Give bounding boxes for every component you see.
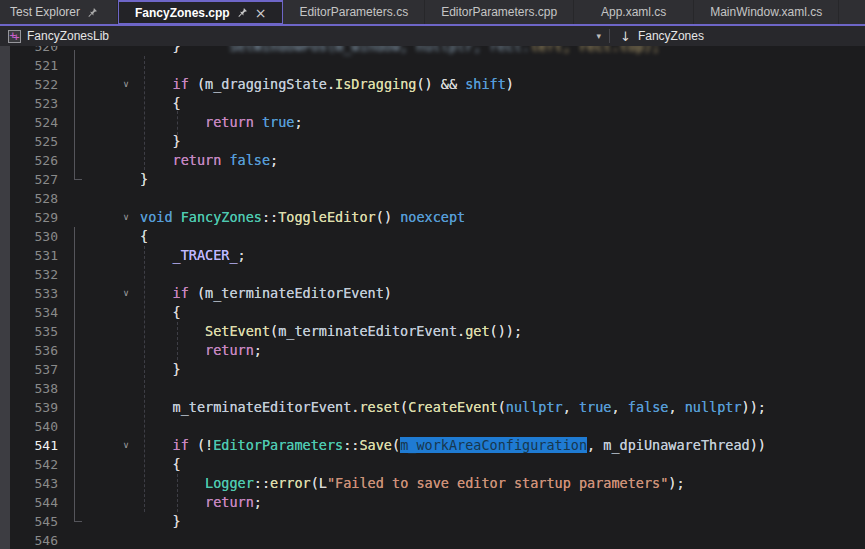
fold-chevron-icon[interactable]: ∨ [112,208,140,227]
code-line[interactable]: 546 [0,531,865,549]
code-line[interactable]: 524 return true; [0,113,865,132]
line-number[interactable]: 521 [0,56,62,75]
line-number[interactable]: 543 [0,474,62,493]
code-line[interactable]: 545 } [0,512,865,531]
glyph-margin[interactable] [62,436,112,455]
tab-editorparameters-cpp[interactable]: EditorParameters.cpp [425,0,574,24]
glyph-margin[interactable] [62,46,112,56]
glyph-margin[interactable] [62,132,112,151]
glyph-margin[interactable] [62,284,112,303]
fold-margin [112,417,140,436]
glyph-margin[interactable] [62,170,112,189]
glyph-margin[interactable] [62,512,112,531]
glyph-margin[interactable] [62,379,112,398]
glyph-margin[interactable] [62,417,112,436]
pin-icon[interactable] [87,7,98,18]
code-editor[interactable]: 520 } SetWindowPos(m_window, nullptr, re… [0,46,865,549]
tab-fancyzones-cpp[interactable]: FancyZones.cpp× [118,0,283,24]
glyph-margin[interactable] [62,322,112,341]
line-number[interactable]: 542 [0,455,62,474]
code-line[interactable]: 535 SetEvent(m_terminateEditorEvent.get(… [0,322,865,341]
line-number[interactable]: 538 [0,379,62,398]
line-number[interactable]: 534 [0,303,62,322]
glyph-margin[interactable] [62,189,112,208]
line-number[interactable]: 533 [0,284,62,303]
glyph-margin[interactable] [62,303,112,322]
glyph-margin[interactable] [62,75,112,94]
line-number[interactable]: 532 [0,265,62,284]
line-number[interactable]: 540 [0,417,62,436]
line-number[interactable]: 539 [0,398,62,417]
code-line[interactable]: 534 { [0,303,865,322]
code-line[interactable]: 525 } [0,132,865,151]
code-line[interactable]: 539 m_terminateEditorEvent.reset(CreateE… [0,398,865,417]
line-number[interactable]: 524 [0,113,62,132]
glyph-margin[interactable] [62,94,112,113]
line-number[interactable]: 520 [0,46,62,56]
close-icon[interactable]: × [255,6,267,20]
glyph-margin[interactable] [62,493,112,512]
code-line[interactable]: 537 } [0,360,865,379]
chevron-down-icon[interactable]: ▾ [596,32,601,41]
code-line[interactable]: 542 { [0,455,865,474]
line-number[interactable]: 528 [0,189,62,208]
line-number[interactable]: 522 [0,75,62,94]
line-number[interactable]: 531 [0,246,62,265]
code-line[interactable]: 531 _TRACER_; [0,246,865,265]
code-line[interactable]: 540 [0,417,865,436]
fold-chevron-icon[interactable]: ∨ [112,436,140,455]
code-line[interactable]: 530{ [0,227,865,246]
glyph-margin[interactable] [62,341,112,360]
line-number[interactable]: 535 [0,322,62,341]
code-line[interactable]: 529∨void FancyZones::ToggleEditor() noex… [0,208,865,227]
glyph-margin[interactable] [62,360,112,379]
glyph-margin[interactable] [62,398,112,417]
glyph-margin[interactable] [62,227,112,246]
code-line[interactable]: 520 } SetWindowPos(m_window, nullptr, re… [0,46,865,56]
code-line[interactable]: 522∨ if (m_draggingState.IsDragging() &&… [0,75,865,94]
glyph-margin[interactable] [62,113,112,132]
code-line[interactable]: 527} [0,170,865,189]
code-line[interactable]: 526 return false; [0,151,865,170]
glyph-margin[interactable] [62,151,112,170]
glyph-margin[interactable] [62,455,112,474]
code-line[interactable]: 538 [0,379,865,398]
line-number[interactable]: 526 [0,151,62,170]
fold-chevron-icon[interactable]: ∨ [112,75,140,94]
glyph-margin[interactable] [62,246,112,265]
tab-app-xaml-cs[interactable]: App.xaml.cs [574,0,694,24]
tab-editorparameters-cs[interactable]: EditorParameters.cs [283,0,425,24]
glyph-margin[interactable] [62,56,112,75]
code-line[interactable]: 528 [0,189,865,208]
code-line[interactable]: 536 return; [0,341,865,360]
line-number[interactable]: 527 [0,170,62,189]
line-number[interactable]: 541 [0,436,62,455]
glyph-margin[interactable] [62,265,112,284]
symbol-dropdown[interactable]: ↓ FancyZones [610,26,714,46]
code-line[interactable]: 533∨ if (m_terminateEditorEvent) [0,284,865,303]
line-number[interactable]: 523 [0,94,62,113]
line-number[interactable]: 530 [0,227,62,246]
line-number[interactable]: 545 [0,512,62,531]
fold-chevron-icon[interactable]: ∨ [112,284,140,303]
glyph-margin[interactable] [62,531,112,549]
line-number[interactable]: 529 [0,208,62,227]
code-line[interactable]: 532 [0,265,865,284]
pin-icon[interactable] [237,7,248,18]
code-line[interactable]: 544 return; [0,493,865,512]
line-number[interactable]: 546 [0,531,62,549]
code-line[interactable]: 543 Logger::error(L"Failed to save edito… [0,474,865,493]
tab-mainwindow-xaml-cs[interactable]: MainWindow.xaml.cs [694,0,839,24]
project-dropdown[interactable]: ++ FancyZonesLib ▾ [0,26,609,46]
glyph-margin[interactable] [62,474,112,493]
line-number[interactable]: 544 [0,493,62,512]
code-rows: 520 } SetWindowPos(m_window, nullptr, re… [0,46,865,549]
code-line[interactable]: 521 [0,56,865,75]
line-number[interactable]: 525 [0,132,62,151]
line-number[interactable]: 536 [0,341,62,360]
code-line[interactable]: 541∨ if (!EditorParameters::Save(m_workA… [0,436,865,455]
line-number[interactable]: 537 [0,360,62,379]
code-line[interactable]: 523 { [0,94,865,113]
tab-test-explorer[interactable]: Test Explorer [0,0,118,24]
glyph-margin[interactable] [62,208,112,227]
